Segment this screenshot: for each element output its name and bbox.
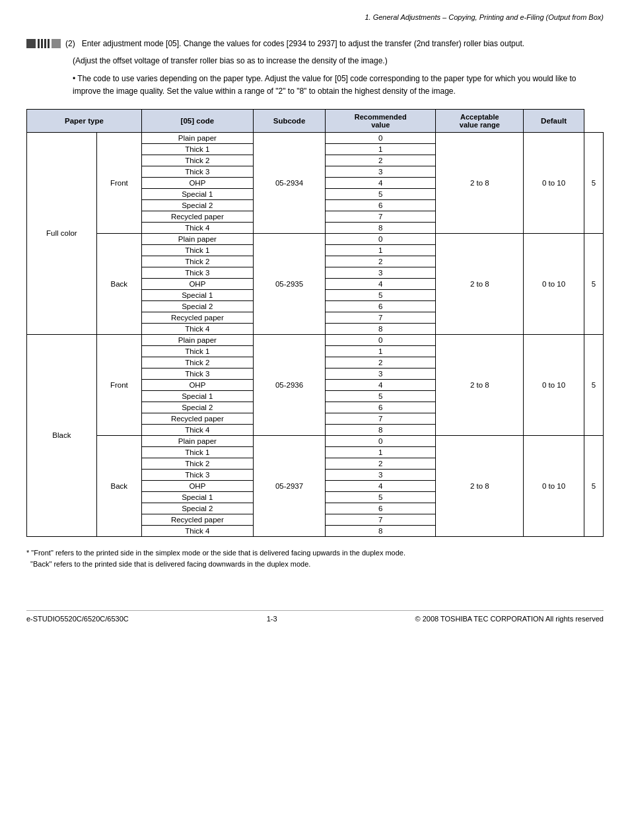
paper-type-cell: Thick 4 — [141, 525, 253, 536]
subcode-cell: 3 — [326, 267, 436, 278]
paper-type-cell: Recycled paper — [141, 514, 253, 525]
subcode-cell: 5 — [326, 390, 436, 402]
paper-type-cell: Thick 3 — [141, 368, 253, 379]
recommended-cell: 2 to 8 — [436, 334, 524, 435]
paper-category-full color: Full color — [27, 132, 97, 334]
default-cell: 5 — [584, 334, 603, 435]
paper-type-cell: Thick 1 — [141, 143, 253, 155]
subcode-cell: 8 — [326, 424, 436, 435]
subcode-cell: 3 — [326, 368, 436, 379]
paper-type-cell: Thick 3 — [141, 267, 253, 278]
subcode-cell: 0 — [326, 334, 436, 345]
paper-type-cell: Thick 3 — [141, 166, 253, 177]
paper-type-cell: Plain paper — [141, 132, 253, 143]
footer-note-text: * "Front" refers to the printed side in … — [26, 547, 604, 571]
footer-left: e-STUDIO5520C/6520C/6530C — [26, 615, 129, 623]
subcode-cell: 6 — [326, 402, 436, 413]
subcode-cell: 7 — [326, 514, 436, 525]
page-footer: e-STUDIO5520C/6520C/6530C 1-3 © 2008 TOS… — [26, 610, 604, 623]
paper-type-cell: Thick 4 — [141, 222, 253, 233]
icon-1 — [26, 39, 36, 48]
side-cell: Front — [96, 132, 141, 233]
subcode-cell: 4 — [326, 379, 436, 390]
paper-type-cell: Special 1 — [141, 289, 253, 300]
side-cell: Front — [96, 334, 141, 435]
subcode-cell: 7 — [326, 211, 436, 222]
note-text: (Adjust the offset voltage of transfer r… — [73, 55, 604, 67]
col-acceptable: Acceptablevalue range — [436, 109, 524, 132]
subcode-cell: 7 — [326, 413, 436, 424]
paper-type-cell: Special 2 — [141, 503, 253, 514]
section-intro: (2) Enter adjustment mode [05]. Change t… — [26, 38, 604, 50]
col-recommended: Recommendedvalue — [326, 109, 436, 132]
subcode-cell: 5 — [326, 188, 436, 199]
col-subcode: Subcode — [253, 109, 325, 132]
page-header: 1. General Adjustments – Copying, Printi… — [26, 13, 604, 24]
paper-type-cell: Special 2 — [141, 402, 253, 413]
paper-type-cell: Thick 2 — [141, 155, 253, 166]
subcode-cell: 3 — [326, 469, 436, 480]
subcode-cell: 6 — [326, 503, 436, 514]
default-cell: 5 — [584, 132, 603, 233]
subcode-cell: 5 — [326, 289, 436, 300]
paper-type-cell: Thick 3 — [141, 469, 253, 480]
paper-type-cell: Special 1 — [141, 491, 253, 503]
step-number: (2) — [65, 39, 75, 48]
paper-type-cell: OHP — [141, 278, 253, 289]
icon-3 — [52, 39, 61, 48]
subcode-cell: 4 — [326, 177, 436, 188]
acceptable-cell: 0 to 10 — [524, 435, 584, 536]
intro-bullet: • The code to use varies depending on th… — [73, 74, 576, 96]
paper-type-cell: Plain paper — [141, 233, 253, 244]
paper-type-cell: Special 1 — [141, 390, 253, 402]
recommended-cell: 2 to 8 — [436, 233, 524, 334]
paper-type-cell: Recycled paper — [141, 413, 253, 424]
subcode-cell: 1 — [326, 143, 436, 155]
subcode-cell: 2 — [326, 256, 436, 267]
subcode-cell: 1 — [326, 244, 436, 256]
subcode-cell: 5 — [326, 491, 436, 503]
icon-2 — [38, 39, 50, 48]
code-cell: 05-2934 — [253, 132, 325, 233]
subcode-cell: 2 — [326, 155, 436, 166]
main-table: Paper type [05] code Subcode Recommended… — [26, 109, 604, 537]
paper-type-cell: Thick 2 — [141, 458, 253, 469]
paper-type-cell: Special 2 — [141, 300, 253, 312]
default-cell: 5 — [584, 233, 603, 334]
recommended-cell: 2 to 8 — [436, 132, 524, 233]
paper-type-cell: OHP — [141, 480, 253, 491]
recommended-cell: 2 to 8 — [436, 435, 524, 536]
subcode-cell: 4 — [326, 278, 436, 289]
paper-type-cell: OHP — [141, 177, 253, 188]
paper-type-cell: Thick 1 — [141, 446, 253, 458]
paper-type-cell: Special 2 — [141, 199, 253, 211]
code-cell: 05-2937 — [253, 435, 325, 536]
subcode-cell: 3 — [326, 166, 436, 177]
step-icons: (2) — [26, 39, 75, 48]
code-cell: 05-2936 — [253, 334, 325, 435]
code-cell: 05-2935 — [253, 233, 325, 334]
subcode-cell: 0 — [326, 132, 436, 143]
paper-type-cell: Plain paper — [141, 334, 253, 345]
subcode-cell: 4 — [326, 480, 436, 491]
subcode-cell: 1 — [326, 446, 436, 458]
side-cell: Back — [96, 435, 141, 536]
subcode-cell: 2 — [326, 458, 436, 469]
subcode-cell: 6 — [326, 300, 436, 312]
paper-type-cell: Thick 2 — [141, 357, 253, 368]
intro-text1: Enter adjustment mode [05]. Change the v… — [82, 39, 524, 48]
bullet-text: • The code to use varies depending on th… — [73, 73, 604, 98]
paper-type-cell: Thick 2 — [141, 256, 253, 267]
acceptable-cell: 0 to 10 — [524, 233, 584, 334]
footer-right: © 2008 TOSHIBA TEC CORPORATION All right… — [415, 615, 604, 623]
subcode-cell: 8 — [326, 222, 436, 233]
paper-category-black: Black — [27, 334, 97, 536]
footer-page: 1-3 — [267, 615, 277, 623]
paper-type-cell: Recycled paper — [141, 312, 253, 323]
intro-text: Enter adjustment mode [05]. Change the v… — [82, 38, 524, 50]
subcode-cell: 1 — [326, 345, 436, 357]
subcode-cell: 0 — [326, 435, 436, 446]
header-title: 1. General Adjustments – Copying, Printi… — [365, 13, 604, 21]
col-default: Default — [524, 109, 584, 132]
subcode-cell: 7 — [326, 312, 436, 323]
